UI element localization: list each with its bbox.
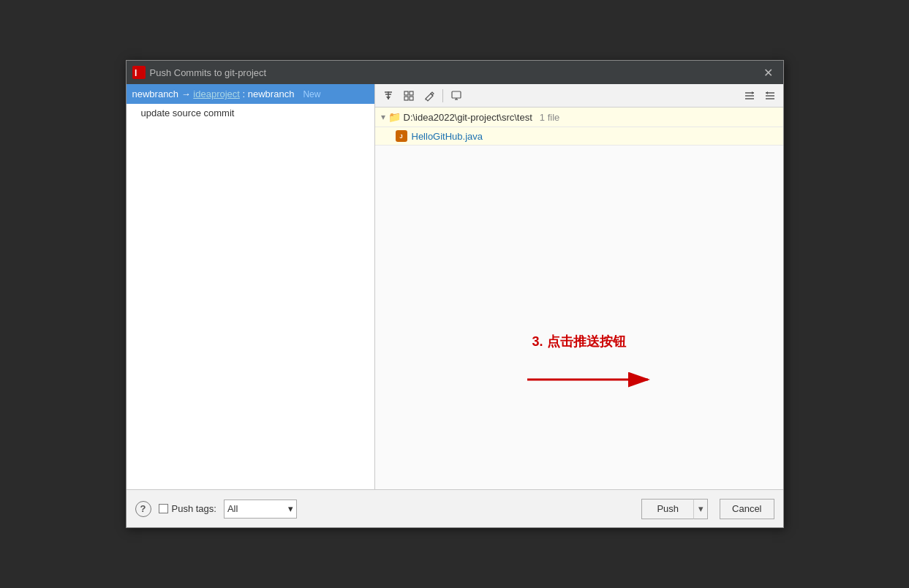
collapse-toolbar-button[interactable] — [741, 87, 758, 105]
svg-rect-8 — [404, 97, 408, 100]
tags-dropdown-value: All — [227, 503, 238, 514]
new-badge: New — [303, 89, 320, 99]
file-row[interactable]: J HelloGitHub.java — [375, 127, 783, 146]
java-file-icon: J — [396, 130, 407, 142]
close-button[interactable]: ✕ — [759, 64, 777, 81]
left-panel-spacer — [127, 122, 374, 489]
grid-toolbar-button[interactable] — [400, 87, 418, 105]
push-button[interactable]: Push — [641, 499, 693, 519]
svg-rect-6 — [404, 91, 408, 95]
annotation-arrow — [520, 358, 666, 402]
pin-toolbar-button[interactable] — [380, 87, 397, 105]
ideaproject-link[interactable]: ideaproject — [193, 88, 240, 99]
right-panel: ▾ 📁 D:\idea2022\git-project\src\test 1 f… — [375, 84, 783, 489]
annotation-container: 3. 点击推送按钮 — [375, 146, 783, 423]
push-tags-checkbox[interactable] — [159, 504, 168, 513]
push-dropdown-chevron: ▾ — [698, 503, 704, 514]
chevron-down-icon: ▾ — [381, 112, 385, 122]
push-tags-group: Push tags: — [159, 503, 216, 514]
annotation-text: 3. 点击推送按钮 — [532, 333, 625, 350]
title-bar: I Push Commits to git-project ✕ — [127, 61, 783, 84]
svg-text:I: I — [135, 68, 137, 78]
file-name: HelloGitHub.java — [412, 131, 483, 142]
toolbar-separator — [442, 89, 443, 102]
edit-toolbar-button[interactable] — [420, 87, 438, 105]
dialog-title: Push Commits to git-project — [150, 67, 759, 78]
folder-path: D:\idea2022\git-project\src\test — [404, 112, 532, 123]
push-commits-dialog: I Push Commits to git-project ✕ newbranc… — [126, 60, 784, 528]
right-toolbar — [375, 84, 783, 108]
help-button[interactable]: ? — [135, 501, 151, 517]
svg-marker-4 — [386, 97, 391, 99]
footer: ? Push tags: All ▾ Push ▾ Cancel — [127, 489, 783, 527]
branch-row[interactable]: newbranch → ideaproject : newbranch New — [127, 84, 374, 104]
app-icon: I — [132, 66, 146, 79]
expand-toolbar-button[interactable] — [761, 87, 779, 105]
tags-dropdown-chevron: ▾ — [288, 503, 293, 514]
arrow-svg — [520, 358, 666, 402]
toolbar-right — [741, 87, 779, 105]
branch-text: newbranch → ideaproject : newbranch — [132, 88, 295, 99]
file-count: 1 file — [540, 112, 559, 123]
dialog-body: newbranch → ideaproject : newbranch New … — [127, 84, 783, 489]
push-tags-label: Push tags: — [172, 503, 216, 514]
svg-rect-9 — [410, 97, 413, 100]
svg-rect-10 — [452, 91, 461, 98]
commit-message: update source commit — [141, 108, 235, 118]
monitor-toolbar-button[interactable] — [448, 87, 465, 105]
right-content: ▾ 📁 D:\idea2022\git-project\src\test 1 f… — [375, 108, 783, 489]
commit-item: update source commit — [127, 104, 374, 122]
svg-rect-7 — [410, 91, 413, 95]
tags-dropdown[interactable]: All ▾ — [224, 500, 297, 519]
left-panel: newbranch → ideaproject : newbranch New … — [127, 84, 375, 489]
push-button-group: Push ▾ — [641, 499, 708, 519]
push-dropdown-button[interactable]: ▾ — [693, 499, 708, 519]
folder-icon: 📁 — [388, 111, 401, 123]
folder-header: ▾ 📁 D:\idea2022\git-project\src\test 1 f… — [375, 108, 783, 127]
cancel-button[interactable]: Cancel — [720, 499, 774, 519]
